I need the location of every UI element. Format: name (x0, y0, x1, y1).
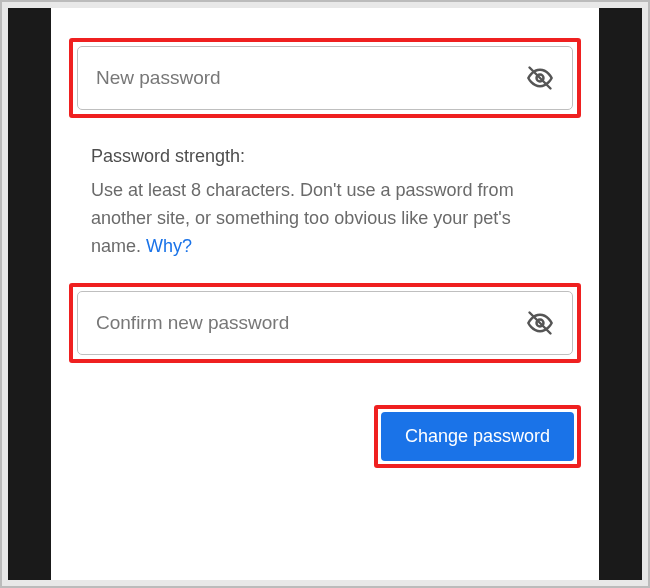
confirm-password-input[interactable] (96, 312, 522, 334)
submit-highlight: Change password (374, 405, 581, 468)
password-form-panel: Password strength: Use at least 8 charac… (51, 8, 599, 580)
new-password-highlight (69, 38, 581, 118)
password-strength-section: Password strength: Use at least 8 charac… (69, 118, 581, 283)
window-backdrop: Password strength: Use at least 8 charac… (8, 8, 642, 580)
password-strength-description: Use at least 8 characters. Don't use a p… (91, 177, 563, 261)
eye-off-icon (526, 64, 554, 92)
change-password-button[interactable]: Change password (381, 412, 574, 461)
toggle-new-password-visibility[interactable] (522, 60, 558, 96)
new-password-wrapper (77, 46, 573, 110)
toggle-confirm-password-visibility[interactable] (522, 305, 558, 341)
new-password-input[interactable] (96, 67, 522, 89)
screenshot-frame: Password strength: Use at least 8 charac… (0, 0, 650, 588)
eye-off-icon (526, 309, 554, 337)
form-actions: Change password (69, 405, 581, 468)
why-link[interactable]: Why? (146, 236, 192, 256)
password-strength-title: Password strength: (91, 146, 563, 167)
confirm-password-highlight (69, 283, 581, 363)
confirm-password-wrapper (77, 291, 573, 355)
